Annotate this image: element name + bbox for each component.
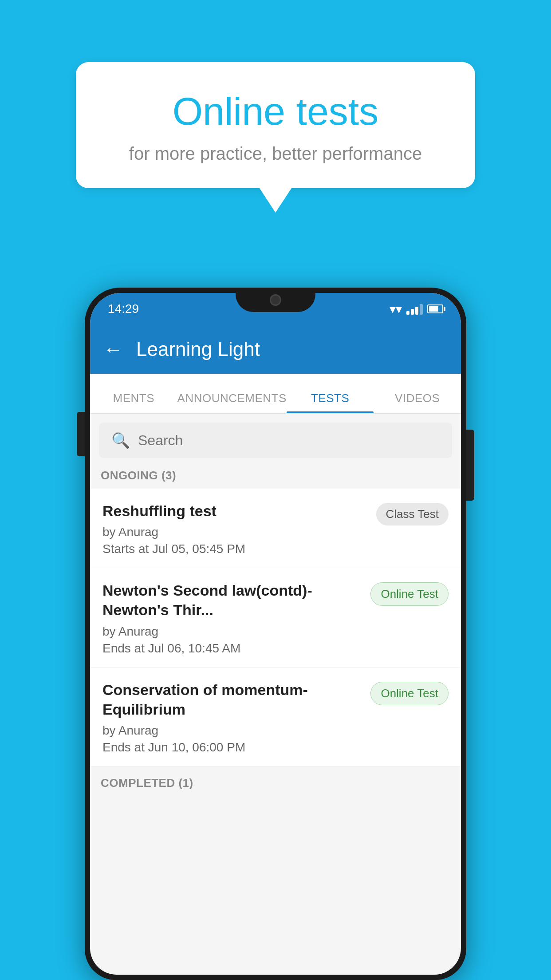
test-item-conservation[interactable]: Conservation of momentum-Equilibrium by … (90, 668, 461, 767)
test-name-conservation: Conservation of momentum-Equilibrium (102, 680, 362, 719)
back-button[interactable]: ← (103, 338, 123, 360)
test-author-reshuffling: by Anurag (102, 525, 367, 539)
test-info-reshuffling: Reshuffling test by Anurag Starts at Jul… (102, 501, 376, 556)
badge-class-test-reshuffling: Class Test (376, 503, 449, 526)
test-time-conservation: Ends at Jun 10, 06:00 PM (102, 740, 362, 755)
battery-fill (429, 306, 438, 312)
status-icons: ▾▾ (390, 302, 443, 316)
notch (236, 288, 315, 312)
test-time-newton: Ends at Jul 06, 10:45 AM (102, 641, 362, 656)
tests-list: Reshuffling test by Anurag Starts at Jul… (90, 489, 461, 767)
test-author-newton: by Anurag (102, 624, 362, 639)
test-author-conservation: by Anurag (102, 723, 362, 738)
badge-online-conservation: Online Test (370, 682, 449, 705)
speech-bubble-card: Online tests for more practice, better p… (76, 62, 475, 188)
test-time-reshuffling: Starts at Jul 05, 05:45 PM (102, 542, 367, 556)
test-item-reshuffling[interactable]: Reshuffling test by Anurag Starts at Jul… (90, 489, 461, 568)
phone-frame: 14:29 ▾▾ ← Learning Light (85, 288, 466, 980)
tab-videos[interactable]: VIDEOS (374, 391, 461, 413)
tabs-bar: MENTS ANNOUNCEMENTS TESTS VIDEOS (90, 374, 461, 414)
camera (270, 294, 281, 306)
bubble-subtitle: for more practice, better performance (111, 144, 440, 164)
test-name-reshuffling: Reshuffling test (102, 501, 367, 521)
search-input[interactable] (138, 432, 440, 449)
wifi-icon: ▾▾ (390, 302, 402, 316)
promo-bubble: Online tests for more practice, better p… (76, 62, 475, 188)
search-bar[interactable]: 🔍 (99, 423, 452, 458)
signal-icon (406, 303, 423, 315)
status-time: 14:29 (108, 302, 139, 316)
app-title: Learning Light (136, 338, 260, 360)
badge-online-newton: Online Test (370, 582, 449, 606)
tab-tests[interactable]: TESTS (287, 391, 374, 413)
test-item-newton[interactable]: Newton's Second law(contd)-Newton's Thir… (90, 568, 461, 667)
tab-ments[interactable]: MENTS (90, 391, 177, 413)
test-name-newton: Newton's Second law(contd)-Newton's Thir… (102, 581, 362, 620)
tab-announcements[interactable]: ANNOUNCEMENTS (177, 391, 287, 413)
test-info-newton: Newton's Second law(contd)-Newton's Thir… (102, 581, 370, 655)
ongoing-section-header: ONGOING (3) (90, 458, 461, 489)
phone-mockup: 14:29 ▾▾ ← Learning Light (85, 288, 466, 980)
phone-screen: 14:29 ▾▾ ← Learning Light (90, 293, 461, 975)
bubble-title: Online tests (111, 89, 440, 134)
search-icon: 🔍 (111, 431, 130, 449)
completed-section-header: COMPLETED (1) (90, 767, 461, 796)
app-bar: ← Learning Light (90, 325, 461, 374)
test-info-conservation: Conservation of momentum-Equilibrium by … (102, 680, 370, 755)
battery-icon (427, 304, 443, 313)
